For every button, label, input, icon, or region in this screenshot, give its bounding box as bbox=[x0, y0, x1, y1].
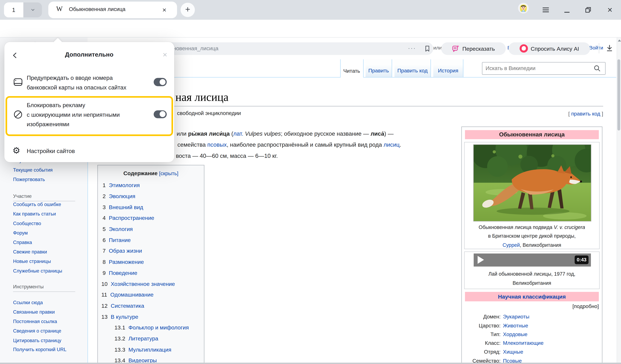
avatar[interactable] bbox=[518, 3, 529, 14]
toc-item: 10Хозяйственное значение bbox=[101, 280, 175, 288]
sidebar-link-cite-page[interactable]: Цитировать страницу bbox=[13, 337, 61, 344]
audio-duration: 0:43 bbox=[575, 255, 588, 264]
bank-card-toggle[interactable] bbox=[154, 78, 167, 86]
tab-history[interactable]: История bbox=[433, 59, 464, 77]
tab-list-chevron[interactable] bbox=[23, 2, 42, 17]
sidebar-link-short-url[interactable]: Получить короткий URL bbox=[13, 346, 69, 353]
alice-label: Спросить Алису AI bbox=[531, 45, 579, 52]
toc-item: 4Распространение bbox=[103, 214, 154, 222]
setting-label-line: Блокировать рекламу bbox=[27, 100, 120, 110]
toc-item: 5Экология bbox=[103, 225, 133, 233]
browser-tab[interactable]: W Обыкновенная лисица ✕ bbox=[48, 1, 177, 18]
toc-item: 7Образ жизни bbox=[103, 247, 142, 255]
restore-icon[interactable] bbox=[584, 5, 592, 15]
tax-value[interactable]: Эукариоты bbox=[503, 313, 529, 320]
tab-count-value: 1 bbox=[12, 7, 15, 13]
bookmark-icon[interactable] bbox=[424, 45, 431, 54]
sidebar-link-recent-changes[interactable]: Свежие правки bbox=[13, 248, 47, 256]
link-foxes[interactable]: лисиц bbox=[384, 141, 400, 148]
tax-value[interactable]: Хищные bbox=[503, 348, 523, 355]
edit-bracket-close: ] bbox=[602, 111, 603, 117]
page-subtitle: свободной энциклопедии bbox=[177, 110, 241, 117]
blocked-icon bbox=[13, 110, 23, 121]
infobox-title: Обыкновенная лисица bbox=[465, 130, 599, 139]
advanced-settings-panel: Дополнительно ✕ Предупреждать о вводе но… bbox=[4, 42, 174, 162]
panel-close-icon[interactable]: ✕ bbox=[160, 50, 170, 60]
retell-button[interactable]: Пересказать bbox=[441, 42, 506, 55]
tax-label: Тип: bbox=[464, 331, 501, 338]
audio-caption-line2: Великобритания bbox=[465, 279, 599, 287]
block-ads-toggle[interactable] bbox=[154, 110, 167, 118]
sidebar-link-current-events[interactable]: Текущие события bbox=[13, 167, 53, 174]
search-input[interactable] bbox=[482, 62, 606, 75]
new-tab-button[interactable]: + bbox=[181, 3, 195, 17]
sidebar-link-permanent-link[interactable]: Постоянная ссылка bbox=[13, 318, 57, 325]
more-actions-icon[interactable]: ··· bbox=[408, 42, 416, 54]
toc-item: 13В культуре bbox=[101, 313, 138, 321]
sidebar-section-participation: Участие bbox=[13, 192, 32, 200]
page-title: ная лисица bbox=[175, 89, 228, 105]
retell-icon bbox=[452, 45, 460, 52]
sidebar-link-what-links-here[interactable]: Ссылки сюда bbox=[13, 299, 43, 306]
classification-details-link[interactable]: [подробно] bbox=[554, 303, 599, 309]
image-caption-line1: Обыкновенная лисица подвида V. v. crucig… bbox=[465, 224, 599, 231]
sidebar-link-donate[interactable]: Пожертвовать bbox=[13, 176, 45, 183]
sidebar-link-special-pages[interactable]: Служебные страницы bbox=[13, 267, 62, 275]
bank-card-icon bbox=[13, 77, 23, 89]
tab-read[interactable]: Читать bbox=[340, 59, 363, 78]
menu-icon[interactable] bbox=[542, 5, 550, 15]
toc-item: 3Внешний вид bbox=[103, 203, 143, 211]
sidebar-link-related-changes[interactable]: Связанные правки bbox=[13, 308, 55, 316]
scrollbar-thumb[interactable] bbox=[618, 59, 620, 130]
article-line-1: или ры́жая лиси́ца (лат. Vulpes vulpes; … bbox=[177, 129, 394, 137]
tab-edit-source[interactable]: Править код bbox=[395, 59, 431, 77]
panel-item-site-settings[interactable]: ⚙ Настройки сайтов bbox=[4, 144, 174, 160]
tax-label: Царство: bbox=[464, 322, 501, 329]
classification-header[interactable]: Научная классификация bbox=[465, 292, 599, 301]
link-canidae[interactable]: псовых bbox=[207, 141, 227, 148]
toc-subitem: 13.3Мультипликация bbox=[114, 345, 171, 353]
sidebar-link-community[interactable]: Сообщество bbox=[13, 220, 41, 227]
audio-player[interactable]: 0:43 bbox=[474, 253, 591, 267]
tab-counter[interactable]: 1 bbox=[4, 2, 42, 17]
personal-link-login[interactable]: Войти bbox=[589, 44, 603, 52]
tab-close-icon[interactable]: ✕ bbox=[160, 6, 169, 14]
ask-alice-button[interactable]: Спросить Алису AI bbox=[508, 42, 590, 55]
image-caption-line3: Суррей, Великобритания bbox=[465, 241, 599, 249]
sidebar-link-new-pages[interactable]: Новые страницы bbox=[13, 258, 51, 265]
page-scrollbar[interactable] bbox=[617, 37, 621, 364]
setting-item-bank-card[interactable]: Предупреждать о вводе номера банковской … bbox=[4, 72, 174, 93]
minimize-icon[interactable] bbox=[562, 5, 571, 15]
link-lat[interactable]: лат. bbox=[233, 130, 243, 137]
tax-value[interactable]: Хордовые bbox=[503, 331, 528, 338]
toc-title: Содержание bbox=[123, 170, 157, 176]
toc-item: 12Систематика bbox=[101, 301, 144, 309]
image-caption-line2: в Британском центре дикой природы, bbox=[465, 233, 599, 240]
search-icon[interactable] bbox=[594, 65, 601, 74]
sidebar-link-report-error[interactable]: Сообщить об ошибке bbox=[13, 201, 61, 208]
tab-edit[interactable]: Править bbox=[366, 59, 392, 77]
sidebar-link-page-info[interactable]: Сведения о странице bbox=[13, 327, 61, 335]
favicon-wikipedia: W bbox=[56, 5, 63, 13]
sidebar-divider bbox=[13, 291, 75, 292]
sidebar-link-forum[interactable]: Форум bbox=[13, 229, 28, 237]
link-surrey[interactable]: Суррей bbox=[502, 242, 520, 248]
toc-header: Содержание [скрыть] bbox=[98, 169, 205, 177]
scroll-up-icon[interactable] bbox=[618, 40, 621, 42]
play-icon[interactable] bbox=[478, 256, 484, 264]
tab-bar: 1 W Обыкновенная лисица ✕ + bbox=[0, 0, 621, 20]
setting-item-block-ads[interactable]: Блокировать рекламу с шокирующими или не… bbox=[4, 100, 174, 130]
tax-value[interactable]: Животные bbox=[503, 322, 528, 329]
tax-label: Класс: bbox=[464, 339, 501, 347]
toc-item: 9Поведение bbox=[103, 269, 138, 277]
tax-value[interactable]: Млекопитающие bbox=[503, 339, 544, 347]
audio-caption-line1: Лай обыкновенной лисицы, 1977 год, bbox=[465, 270, 599, 278]
close-window-icon[interactable]: ✕ bbox=[605, 5, 615, 15]
toc-hide-link[interactable]: [скрыть] bbox=[159, 170, 178, 176]
download-icon[interactable] bbox=[604, 43, 615, 53]
edit-code-link[interactable]: править код bbox=[571, 111, 600, 117]
sidebar-link-how-to-edit[interactable]: Как править статьи bbox=[13, 210, 56, 218]
gear-icon: ⚙ bbox=[12, 145, 20, 156]
tax-label: Отряд: bbox=[464, 348, 501, 355]
sidebar-link-help[interactable]: Справка bbox=[13, 239, 32, 246]
